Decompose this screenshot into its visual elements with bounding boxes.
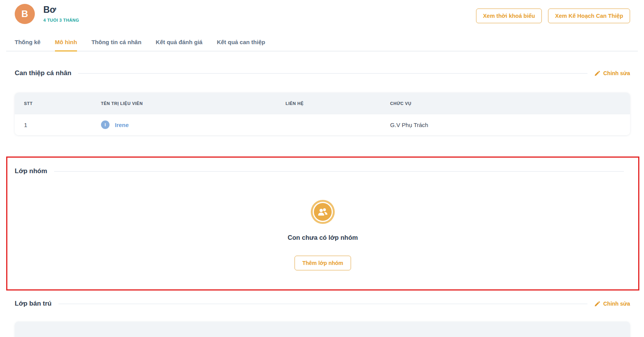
- cell-therapist: I Irene: [92, 120, 276, 129]
- tab-thong-tin-ca-nhan[interactable]: Thông tin cá nhân: [91, 39, 141, 52]
- section-semi-boarding: Lớp bán trú Chỉnh sửa: [0, 300, 644, 337]
- tab-ket-qua-danh-gia[interactable]: Kết quả đánh giá: [156, 39, 202, 52]
- table-row: 1 I Irene G.V Phụ Trách: [15, 114, 630, 135]
- student-profile-page: B Bơ 4 TUỔI 3 THÁNG Xem thời khoá biểu X…: [0, 0, 644, 337]
- therapist-table: STT TÊN TRỊ LIỆU VIÊN LIÊN HỆ CHỨC VỤ 1 …: [15, 93, 630, 135]
- column-contact: LIÊN HỆ: [276, 101, 381, 106]
- student-avatar-initial: B: [21, 9, 28, 19]
- people-group-icon-inner: [313, 202, 333, 222]
- divider: [78, 73, 587, 74]
- group-class-header: Lớp nhóm: [15, 167, 631, 175]
- semi-boarding-title: Lớp bán trú: [15, 300, 51, 308]
- group-class-title: Lớp nhóm: [15, 167, 47, 175]
- therapist-avatar-initial: I: [104, 122, 106, 127]
- column-role: CHỨC VỤ: [381, 101, 630, 106]
- semi-boarding-table-header: [15, 322, 630, 337]
- individual-intervention-title: Can thiệp cá nhân: [15, 69, 71, 77]
- semi-boarding-header: Lớp bán trú Chỉnh sửa: [15, 300, 630, 308]
- profile-tabs: Thống kê Mô hình Thông tin cá nhân Kết q…: [6, 39, 638, 52]
- column-therapist-name: TÊN TRỊ LIỆU VIÊN: [92, 101, 276, 106]
- therapist-avatar: I: [101, 120, 110, 129]
- people-group-icon: [311, 200, 335, 224]
- header-actions: Xem thời khoá biểu Xem Kế Hoạch Can Thiệ…: [476, 9, 630, 23]
- column-stt: STT: [15, 101, 92, 106]
- add-group-class-button[interactable]: Thêm lớp nhóm: [295, 256, 351, 270]
- tab-ket-qua-can-thiep[interactable]: Kết quả can thiệp: [217, 39, 265, 52]
- view-timetable-button[interactable]: Xem thời khoá biểu: [476, 9, 542, 23]
- student-meta: Bơ 4 TUỔI 3 THÁNG: [43, 4, 79, 24]
- student-identity: B Bơ 4 TUỔI 3 THÁNG: [15, 4, 79, 24]
- section-group-class: Lớp nhóm Con chưa có lớp nhóm Thêm lớp n…: [6, 156, 639, 291]
- edit-label: Chỉnh sửa: [603, 301, 630, 307]
- view-intervention-plan-button[interactable]: Xem Kế Hoạch Can Thiệp: [548, 9, 630, 23]
- student-avatar: B: [15, 4, 35, 24]
- cell-stt: 1: [15, 122, 92, 128]
- individual-intervention-header: Can thiệp cá nhân Chỉnh sửa: [15, 69, 630, 77]
- edit-individual-intervention-link[interactable]: Chỉnh sửa: [594, 70, 630, 76]
- edit-semi-boarding-link[interactable]: Chỉnh sửa: [594, 301, 630, 307]
- group-class-empty-state: Con chưa có lớp nhóm Thêm lớp nhóm: [15, 175, 631, 270]
- therapist-name-link[interactable]: Irene: [115, 122, 129, 128]
- tab-mo-hinh[interactable]: Mô hình: [55, 39, 77, 52]
- divider: [58, 304, 587, 304]
- divider: [54, 171, 624, 172]
- pencil-icon: [594, 70, 600, 76]
- therapist-table-header: STT TÊN TRỊ LIỆU VIÊN LIÊN HỆ CHỨC VỤ: [15, 93, 630, 114]
- pencil-icon: [594, 301, 600, 307]
- tab-thong-ke[interactable]: Thống kê: [15, 39, 41, 52]
- student-name: Bơ: [43, 5, 79, 15]
- student-age: 4 TUỔI 3 THÁNG: [43, 18, 79, 22]
- cell-role: G.V Phụ Trách: [381, 122, 630, 128]
- edit-label: Chỉnh sửa: [603, 70, 630, 76]
- profile-header: B Bơ 4 TUỔI 3 THÁNG Xem thời khoá biểu X…: [0, 0, 644, 24]
- empty-message: Con chưa có lớp nhóm: [288, 234, 358, 241]
- section-individual-intervention: Can thiệp cá nhân Chỉnh sửa STT TÊN TRỊ …: [0, 69, 644, 135]
